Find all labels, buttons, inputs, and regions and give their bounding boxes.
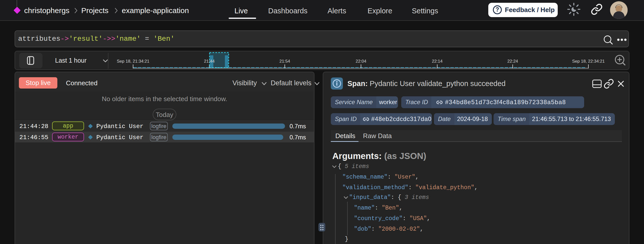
svg-text:?: ? bbox=[496, 6, 499, 13]
